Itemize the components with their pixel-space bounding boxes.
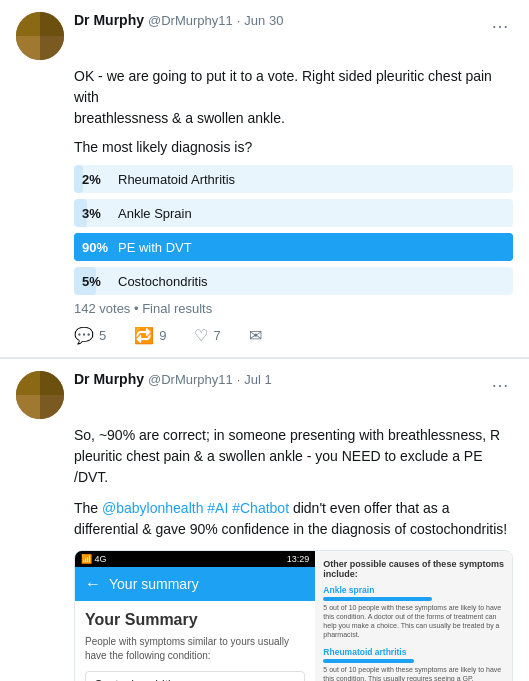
- tweet-2-header: Dr Murphy @DrMurphy11 · Jul 1 …: [16, 371, 513, 419]
- phone-summary-text: People with symptoms similar to yours us…: [85, 635, 305, 663]
- tweet-2: Dr Murphy @DrMurphy11 · Jul 1 … So, ~90%…: [0, 359, 529, 681]
- embedded-image: 📶 4G 13:29 ← Your summary Your Summary P…: [74, 550, 513, 681]
- retweet-action[interactable]: 🔁 9: [134, 326, 166, 345]
- poll-label-2: PE with DVT: [118, 240, 192, 255]
- like-icon: ♡: [194, 326, 208, 345]
- avatar-1: [16, 12, 64, 60]
- poll-label-0: Rheumatoid Arthritis: [118, 172, 235, 187]
- poll-percent-2: 90%: [82, 240, 114, 255]
- status-left: 📶 4G: [81, 554, 107, 564]
- avatar-2: [16, 371, 64, 419]
- poll-results: 142 votes • Final results: [74, 301, 513, 316]
- tweet-2-link[interactable]: @babylonhealth #AI #Chatbot: [102, 500, 289, 516]
- like-action[interactable]: ♡ 7: [194, 326, 220, 345]
- poll-label-3: Costochondritis: [118, 274, 208, 289]
- phone-content: Your Summary People with symptoms simila…: [75, 601, 315, 681]
- tweet-2-body: So, ~90% are correct; in someone present…: [74, 425, 513, 681]
- phone-screen: 📶 4G 13:29 ← Your summary Your Summary P…: [75, 551, 315, 681]
- username-1: @DrMurphy11: [148, 13, 233, 28]
- like-count: 7: [213, 328, 220, 343]
- poll-bar-container-3: 5% Costochondritis: [74, 267, 513, 295]
- reply-action[interactable]: 💬 5: [74, 326, 106, 345]
- sidebar-item-title-1: Rheumatoid arthritis: [323, 647, 504, 657]
- tweet-1: Dr Murphy @DrMurphy11 · Jun 30 … OK - we…: [0, 0, 529, 358]
- poll-bar-container-0: 2% Rheumatoid Arthritis: [74, 165, 513, 193]
- poll-question: The most likely diagnosis is?: [74, 139, 513, 155]
- phone-header-title: Your summary: [109, 576, 199, 592]
- display-name-2: Dr Murphy: [74, 371, 144, 387]
- sidebar-item-title-0: Ankle sprain: [323, 585, 504, 595]
- tweet-1-body: OK - we are going to put it to a vote. R…: [74, 66, 513, 345]
- status-time: 13:29: [287, 554, 310, 564]
- retweet-icon: 🔁: [134, 326, 154, 345]
- tweet-2-text2: The @babylonhealth #AI #Chatbot didn't e…: [74, 498, 513, 540]
- tweet-1-header: Dr Murphy @DrMurphy11 · Jun 30 …: [16, 12, 513, 60]
- tweet-date-2: Jul 1: [244, 372, 271, 387]
- poll-bar-container-1: 3% Ankle Sprain: [74, 199, 513, 227]
- sidebar-title: Other possible causes of these symptoms …: [323, 559, 504, 579]
- poll-percent-1: 3%: [82, 206, 114, 221]
- poll-percent-0: 2%: [82, 172, 114, 187]
- tweet-1-text: OK - we are going to put it to a vote. R…: [74, 66, 513, 129]
- tweet-2-text2-prefix: The: [74, 500, 102, 516]
- sidebar-item-bar-1: [323, 659, 413, 663]
- poll-option-2: 90% PE with DVT: [74, 233, 513, 261]
- sidebar-item-0: Ankle sprain 5 out of 10 people with the…: [323, 585, 504, 639]
- tweet-date-1: Jun 30: [244, 13, 283, 28]
- poll-option-0: 2% Rheumatoid Arthritis: [74, 165, 513, 193]
- back-arrow-icon: ←: [85, 575, 101, 593]
- phone-summary-title: Your Summary: [85, 611, 305, 629]
- tweet-1-actions: 💬 5 🔁 9 ♡ 7 ✉: [74, 326, 513, 345]
- more-button-1[interactable]: …: [487, 12, 513, 33]
- poll-label-1: Ankle Sprain: [118, 206, 192, 221]
- tweet-1-meta: Dr Murphy @DrMurphy11 · Jun 30: [74, 12, 487, 28]
- sidebar-item-1: Rheumatoid arthritis 5 out of 10 people …: [323, 647, 504, 681]
- sidebar-item-bar-0: [323, 597, 431, 601]
- poll-percent-3: 5%: [82, 274, 114, 289]
- tweet-2-text1: So, ~90% are correct; in someone present…: [74, 425, 513, 488]
- poll-option-3: 5% Costochondritis: [74, 267, 513, 295]
- phone-condition: Costochondritis ›: [85, 671, 305, 681]
- sidebar-item-text-1: 5 out of 10 people with these symptoms a…: [323, 665, 504, 681]
- retweet-count: 9: [159, 328, 166, 343]
- reply-count: 5: [99, 328, 106, 343]
- display-name-1: Dr Murphy: [74, 12, 144, 28]
- tweet-2-meta: Dr Murphy @DrMurphy11 · Jul 1: [74, 371, 487, 387]
- poll-option-1: 3% Ankle Sprain: [74, 199, 513, 227]
- more-button-2[interactable]: …: [487, 371, 513, 392]
- phone-status-bar: 📶 4G 13:29: [75, 551, 315, 567]
- mail-icon: ✉: [249, 326, 262, 345]
- sidebar-panel: Other possible causes of these symptoms …: [315, 551, 512, 681]
- mail-action[interactable]: ✉: [249, 326, 262, 345]
- sidebar-item-text-0: 5 out of 10 people with these symptoms a…: [323, 603, 504, 639]
- phone-header: ← Your summary: [75, 567, 315, 601]
- poll-bar-container-2: 90% PE with DVT: [74, 233, 513, 261]
- username-2: @DrMurphy11: [148, 372, 233, 387]
- reply-icon: 💬: [74, 326, 94, 345]
